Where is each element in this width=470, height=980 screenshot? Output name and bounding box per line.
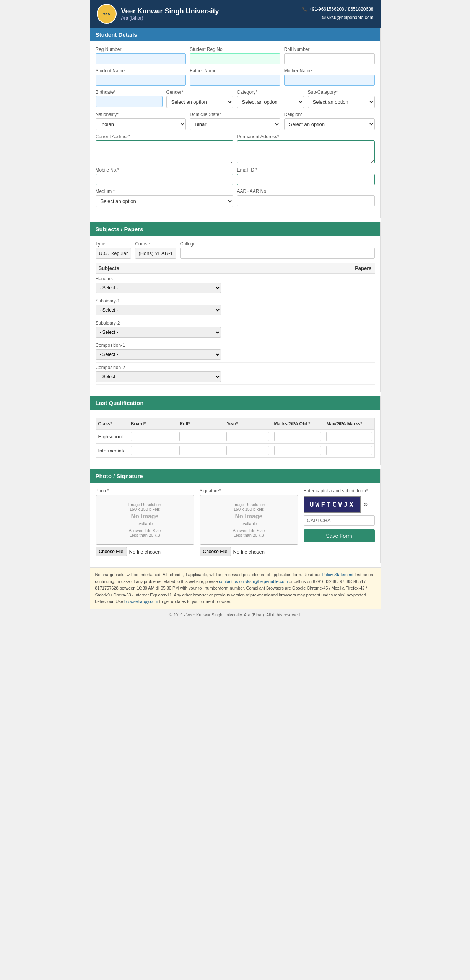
mobile-group: Mobile No.* xyxy=(96,167,233,185)
composition1-label: Composition-1 xyxy=(96,343,375,348)
photo-file-row: Choose File No file chosen xyxy=(96,547,194,556)
header-contact: 📞 +91-9661566208 / 8651820688 ✉ vksu@hel… xyxy=(302,5,373,22)
gender-select[interactable]: Select an option xyxy=(166,96,233,108)
permanent-address-label: Permanent Address* xyxy=(237,134,375,139)
intermediate-year-input[interactable] xyxy=(226,446,269,455)
highschool-roll xyxy=(177,430,224,444)
browsehappy-link[interactable]: browsehappy.com xyxy=(124,599,158,604)
nationality-select[interactable]: Indian xyxy=(96,118,186,130)
col-year: Year* xyxy=(224,418,272,430)
roll-number-group: Roll Number xyxy=(284,47,375,64)
sig-file-size-value: Less than 20 KB xyxy=(233,533,264,537)
col-roll: Roll* xyxy=(177,418,224,430)
subsidary1-row: Subsidary-1 - Select - xyxy=(96,296,375,318)
roll-number-input[interactable] xyxy=(284,53,375,64)
photo-placeholder: Image Resolution 150 x 150 pixels No Ima… xyxy=(96,495,194,545)
student-name-group: Student Name xyxy=(96,68,186,86)
permanent-address-group: Permanent Address* xyxy=(237,134,375,163)
photo-signature-section: Photo / Signature Photo* Image Resolutio… xyxy=(90,469,381,564)
signature-placeholder: Image Resolution 150 x 150 pixels No Ima… xyxy=(200,495,298,545)
category-select[interactable]: Select an option xyxy=(237,96,304,108)
highschool-row: Highschool xyxy=(96,430,374,444)
honours-label: Honours xyxy=(96,276,375,281)
current-address-label: Current Address* xyxy=(96,134,233,139)
highschool-max xyxy=(324,430,374,444)
captcha-input[interactable] xyxy=(304,515,375,526)
college-input[interactable] xyxy=(180,248,375,259)
father-name-input[interactable] xyxy=(190,75,280,86)
subsidary1-select[interactable]: - Select - xyxy=(96,305,221,315)
reg-number-input[interactable] xyxy=(96,53,186,64)
page-header: VKS Veer Kunwar Singh University Ara (Bi… xyxy=(90,0,381,28)
student-reg-input[interactable] xyxy=(190,53,280,64)
student-name-label: Student Name xyxy=(96,68,186,74)
bio-row: Birthdate* Gender* Select an option Cate… xyxy=(96,90,375,108)
honours-select[interactable]: - Select - xyxy=(96,283,221,293)
subcategory-group: Sub-Category* Select an option xyxy=(308,90,375,108)
intermediate-board xyxy=(128,444,177,458)
father-name-group: Father Name xyxy=(190,68,280,86)
mother-name-input[interactable] xyxy=(284,75,375,86)
captcha-refresh-icon[interactable]: ↻ xyxy=(363,501,368,508)
highschool-board-input[interactable] xyxy=(131,432,175,441)
sig-file-size: Allowed File Size xyxy=(233,528,265,533)
intermediate-roll-input[interactable] xyxy=(179,446,221,455)
intermediate-max-input[interactable] xyxy=(326,446,372,455)
subsidary2-select[interactable]: - Select - xyxy=(96,327,221,338)
permanent-address-input[interactable] xyxy=(237,140,375,163)
highschool-max-input[interactable] xyxy=(326,432,372,441)
current-address-input[interactable] xyxy=(96,140,233,163)
nationality-label: Nationality* xyxy=(96,112,186,117)
intermediate-marks-input[interactable] xyxy=(274,446,322,455)
medium-label: Medium * xyxy=(96,189,233,194)
highschool-roll-input[interactable] xyxy=(179,432,221,441)
highschool-marks-input[interactable] xyxy=(274,432,322,441)
composition1-select[interactable]: - Select - xyxy=(96,349,221,360)
policy-link[interactable]: Policy Statement xyxy=(322,572,354,577)
photo-available: available xyxy=(137,521,153,526)
composition2-label: Composition-2 xyxy=(96,365,375,370)
father-name-label: Father Name xyxy=(190,68,280,74)
qualification-section: Last Qualification Class* Board* Roll* Y… xyxy=(90,396,381,465)
photo-no-file: No file chosen xyxy=(129,549,161,555)
papers-col-header: Papers xyxy=(355,265,371,271)
address-row: Current Address* Permanent Address* xyxy=(96,134,375,163)
subjects-col-header: Subjects xyxy=(99,265,119,271)
signature-file-row: Choose File No file chosen xyxy=(200,547,298,556)
aadhaar-input[interactable] xyxy=(237,195,375,206)
religion-select[interactable]: Select an option xyxy=(284,118,375,130)
header-left: VKS Veer Kunwar Singh University Ara (Bi… xyxy=(97,4,219,24)
mobile-input[interactable] xyxy=(96,174,233,185)
highschool-marks xyxy=(272,430,324,444)
qual-table-header-row: Class* Board* Roll* Year* Marks/GPA Obt.… xyxy=(96,418,374,430)
subcategory-select[interactable]: Select an option xyxy=(308,96,375,108)
domicile-select[interactable]: Bihar xyxy=(190,118,280,130)
captcha-image: UWFTCVJX xyxy=(304,496,361,513)
religion-label: Religion* xyxy=(284,112,375,117)
subjects-table-header: Subjects Papers xyxy=(96,263,375,274)
medium-select[interactable]: Select an option xyxy=(96,195,233,207)
photo-resolution-label: Image Resolution xyxy=(128,502,161,507)
subjects-type-row: Type U.G. Regular Course (Hons) YEAR-1 C… xyxy=(96,241,375,259)
intermediate-board-input[interactable] xyxy=(131,446,175,455)
sig-no-image: No Image xyxy=(235,513,262,520)
university-title: Veer Kunwar Singh University Ara (Bihar) xyxy=(121,7,219,21)
roll-number-label: Roll Number xyxy=(284,47,375,52)
photo-file-size-value: Less than 20 KB xyxy=(129,533,160,537)
mother-name-group: Mother Name xyxy=(284,68,375,86)
contact-link[interactable]: contact us on vksu@helpenable.com xyxy=(219,579,288,584)
composition2-select[interactable]: - Select - xyxy=(96,371,221,382)
email-input[interactable] xyxy=(237,174,375,185)
photo-choose-file-btn[interactable]: Choose File xyxy=(96,547,127,556)
student-name-input[interactable] xyxy=(96,75,186,86)
highschool-class: Highschool xyxy=(96,430,128,444)
save-form-button[interactable]: Save Form xyxy=(304,529,375,542)
birthdate-input[interactable] xyxy=(96,96,163,107)
sig-choose-file-btn[interactable]: Choose File xyxy=(200,547,231,556)
highschool-year-input[interactable] xyxy=(226,432,269,441)
col-class: Class* xyxy=(96,418,128,430)
reg-row: Reg Number Student Reg.No. Roll Number xyxy=(96,47,375,64)
phone-number: 📞 +91-9661566208 / 8651820688 xyxy=(302,5,373,14)
intermediate-class: Intermediate xyxy=(96,444,128,458)
university-location: Ara (Bihar) xyxy=(121,15,219,21)
